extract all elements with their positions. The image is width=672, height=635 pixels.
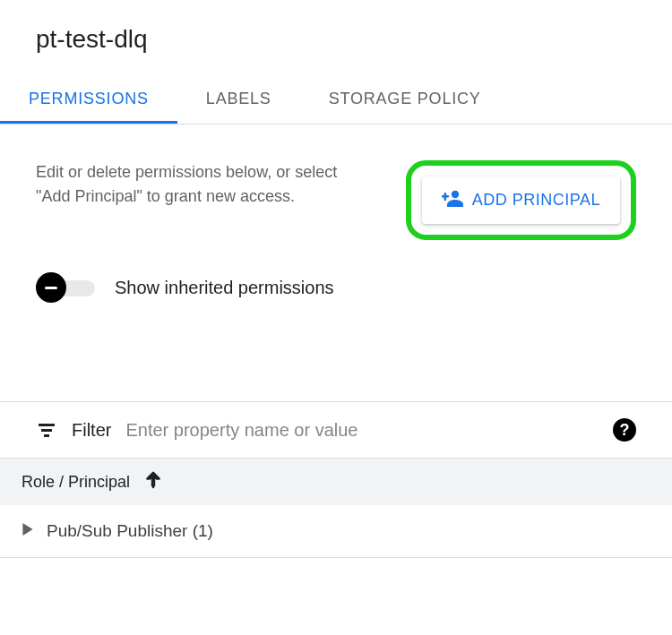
table-header[interactable]: Role / Principal	[0, 458, 672, 505]
expand-icon[interactable]	[22, 523, 34, 539]
filter-icon	[36, 419, 57, 441]
permissions-description: Edit or delete permissions below, or sel…	[36, 160, 340, 209]
tab-permissions[interactable]: PERMISSIONS	[0, 75, 177, 124]
tab-labels[interactable]: LABELS	[177, 75, 300, 124]
filter-input[interactable]	[125, 420, 599, 441]
sort-ascending-icon[interactable]	[144, 471, 162, 493]
tab-storage-policy[interactable]: STORAGE POLICY	[300, 75, 510, 124]
add-principal-label: ADD PRINCIPAL	[472, 191, 600, 210]
svg-rect-5	[44, 434, 49, 437]
add-principal-button[interactable]: ADD PRINCIPAL	[422, 176, 620, 224]
svg-point-0	[452, 191, 459, 198]
filter-label: Filter	[72, 420, 111, 441]
svg-rect-4	[41, 429, 52, 432]
role-name: Pub/Sub Publisher (1)	[47, 521, 213, 541]
show-inherited-label: Show inherited permissions	[115, 278, 334, 298]
svg-rect-3	[39, 424, 55, 426]
page-title: pt-test-dlq	[36, 25, 636, 54]
minus-icon	[36, 272, 66, 303]
page-header: pt-test-dlq	[0, 0, 672, 75]
add-principal-highlight: ADD PRINCIPAL	[406, 160, 636, 240]
show-inherited-toggle[interactable]	[36, 272, 99, 303]
permissions-panel: Edit or delete permissions below, or sel…	[0, 124, 672, 339]
filter-section: Filter ? Role / Principal Pub/Sub Publis…	[0, 401, 672, 558]
tab-bar: PERMISSIONS LABELS STORAGE POLICY	[0, 75, 672, 124]
help-icon[interactable]: ?	[613, 418, 636, 442]
column-role-principal: Role / Principal	[22, 473, 130, 492]
add-person-icon	[442, 189, 463, 211]
svg-rect-2	[442, 195, 449, 198]
table-row[interactable]: Pub/Sub Publisher (1)	[0, 505, 672, 558]
